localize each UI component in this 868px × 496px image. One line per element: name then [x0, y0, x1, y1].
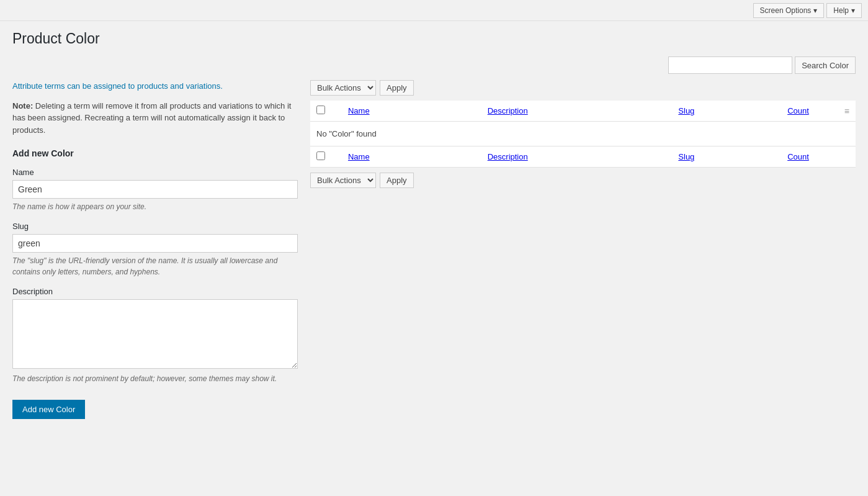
page-wrapper: Product Color Search Color Attribute ter…: [0, 21, 868, 428]
name-hint: The name is how it appears on your site.: [12, 201, 298, 212]
terms-table: Name Description Slug Count ≡: [310, 101, 856, 168]
table-header-row: Name Description Slug Count ≡: [310, 101, 856, 122]
name-input[interactable]: [12, 180, 298, 199]
name-col-header: Name: [342, 101, 481, 122]
help-button[interactable]: Help ▾: [826, 3, 862, 18]
page-title: Product Color: [12, 30, 856, 47]
table-footer: Name Description Slug Count: [310, 147, 856, 168]
screen-options-chevron-icon: ▾: [813, 6, 817, 15]
no-items-cell: No "Color" found: [310, 122, 856, 147]
note-prefix: Note:: [12, 101, 33, 110]
select-all-checkbox[interactable]: [316, 106, 325, 114]
top-bar: Screen Options ▾ Help ▾: [0, 0, 868, 21]
name-field: Name The name is how it appears on your …: [12, 168, 298, 212]
slug-label: Slug: [12, 222, 298, 231]
top-bar-buttons: Screen Options ▾ Help ▾: [753, 3, 862, 18]
select-all-footer-col: [310, 147, 342, 168]
description-field: Description The description is not promi…: [12, 287, 298, 384]
bulk-actions-bottom-row: Bulk Actions Apply: [310, 173, 856, 188]
search-color-button[interactable]: Search Color: [795, 56, 856, 74]
select-all-col: [310, 101, 342, 122]
slug-field: Slug The "slug" is the URL-friendly vers…: [12, 222, 298, 277]
search-input[interactable]: [668, 56, 792, 74]
table-header: Name Description Slug Count ≡: [310, 101, 856, 122]
count-col-link[interactable]: Count: [787, 106, 809, 115]
apply-bottom-button[interactable]: Apply: [380, 173, 414, 188]
description-col-header: Description: [481, 101, 673, 122]
select-all-footer-checkbox[interactable]: [316, 151, 325, 160]
count-col-header: Count ≡: [781, 101, 856, 122]
note-text: Note: Deleting a term will remove it fro…: [12, 100, 298, 137]
name-label: Name: [12, 168, 298, 177]
description-textarea[interactable]: [12, 299, 298, 369]
add-new-color-button[interactable]: Add new Color: [12, 400, 85, 419]
description-col-link[interactable]: Description: [488, 106, 528, 115]
slug-footer-link[interactable]: Slug: [678, 152, 694, 161]
search-row: Search Color: [12, 56, 856, 74]
help-chevron-icon: ▾: [851, 6, 855, 15]
main-content: Attribute terms can be assigned to produ…: [12, 80, 856, 419]
name-footer-link[interactable]: Name: [348, 152, 370, 161]
info-link[interactable]: Attribute terms can be assigned to produ…: [12, 81, 223, 91]
description-label: Description: [12, 287, 298, 296]
name-footer-col: Name: [342, 147, 481, 168]
left-panel: Attribute terms can be assigned to produ…: [12, 80, 298, 419]
add-new-title: Add new Color: [12, 148, 298, 158]
bulk-actions-bottom-select[interactable]: Bulk Actions: [310, 173, 376, 188]
bulk-actions-top-select[interactable]: Bulk Actions: [310, 80, 376, 96]
description-footer-link[interactable]: Description: [488, 152, 528, 161]
col-menu-icon[interactable]: ≡: [844, 106, 849, 116]
right-panel: Bulk Actions Apply Name Descripti: [310, 80, 856, 419]
table-footer-row: Name Description Slug Count: [310, 147, 856, 168]
bulk-actions-top-row: Bulk Actions Apply: [310, 80, 856, 96]
help-label: Help: [833, 6, 849, 15]
screen-options-label: Screen Options: [760, 6, 812, 15]
slug-input[interactable]: [12, 234, 298, 253]
count-footer-link[interactable]: Count: [787, 152, 809, 161]
note-body: Deleting a term will remove it from all …: [12, 101, 291, 135]
screen-options-button[interactable]: Screen Options ▾: [753, 3, 825, 18]
apply-top-button[interactable]: Apply: [380, 80, 414, 96]
count-footer-col: Count: [781, 147, 856, 168]
slug-footer-col: Slug: [672, 147, 781, 168]
no-items-row: No "Color" found: [310, 122, 856, 147]
name-col-link[interactable]: Name: [348, 106, 370, 115]
slug-col-link[interactable]: Slug: [678, 106, 694, 115]
description-footer-col: Description: [481, 147, 673, 168]
description-hint: The description is not prominent by defa…: [12, 373, 298, 384]
table-body: No "Color" found: [310, 122, 856, 147]
slug-col-header: Slug: [672, 101, 781, 122]
slug-hint: The "slug" is the URL-friendly version o…: [12, 255, 298, 277]
info-text: Attribute terms can be assigned to produ…: [12, 80, 298, 92]
